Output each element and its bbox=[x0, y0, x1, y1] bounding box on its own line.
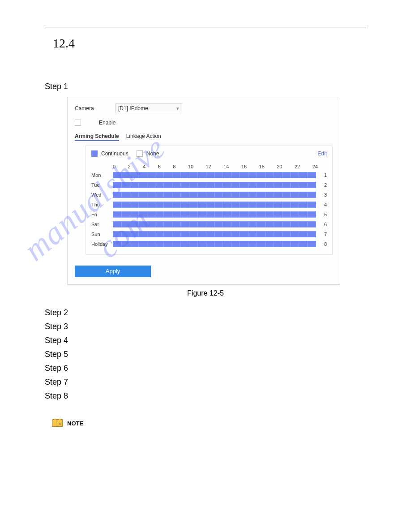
schedule-segment[interactable] bbox=[299, 212, 308, 217]
schedule-segment[interactable] bbox=[147, 172, 156, 178]
schedule-segment[interactable] bbox=[189, 202, 198, 207]
schedule-segment[interactable] bbox=[248, 172, 257, 178]
schedule-segment[interactable] bbox=[122, 192, 130, 197]
schedule-segment[interactable] bbox=[189, 172, 198, 178]
schedule-segment[interactable] bbox=[164, 172, 172, 178]
schedule-segment[interactable] bbox=[231, 202, 240, 207]
schedule-segment[interactable] bbox=[206, 202, 215, 207]
schedule-segment[interactable] bbox=[189, 232, 198, 237]
schedule-segment[interactable] bbox=[248, 241, 257, 247]
schedule-segment[interactable] bbox=[164, 192, 172, 197]
schedule-segment[interactable] bbox=[164, 241, 172, 247]
schedule-segment[interactable] bbox=[198, 222, 206, 227]
schedule-segment[interactable] bbox=[198, 232, 206, 237]
schedule-segment[interactable] bbox=[291, 202, 299, 207]
schedule-segment[interactable] bbox=[274, 202, 283, 207]
schedule-segment[interactable] bbox=[181, 182, 189, 188]
schedule-segment[interactable] bbox=[240, 222, 248, 227]
schedule-segment[interactable] bbox=[155, 172, 164, 178]
schedule-segment[interactable] bbox=[181, 212, 189, 217]
schedule-segment[interactable] bbox=[139, 192, 147, 197]
schedule-segment[interactable] bbox=[257, 182, 265, 188]
schedule-segment[interactable] bbox=[223, 182, 231, 188]
schedule-segment[interactable] bbox=[189, 182, 198, 188]
schedule-segment[interactable] bbox=[265, 222, 274, 227]
schedule-segment[interactable] bbox=[231, 241, 240, 247]
schedule-bar[interactable] bbox=[113, 192, 316, 198]
schedule-segment[interactable] bbox=[206, 212, 215, 217]
schedule-segment[interactable] bbox=[155, 222, 164, 227]
schedule-segment[interactable] bbox=[215, 232, 223, 237]
schedule-segment[interactable] bbox=[274, 232, 283, 237]
schedule-segment[interactable] bbox=[130, 172, 139, 178]
schedule-segment[interactable] bbox=[231, 172, 240, 178]
schedule-segment[interactable] bbox=[181, 172, 189, 178]
schedule-segment[interactable] bbox=[283, 182, 291, 188]
schedule-segment[interactable] bbox=[223, 222, 231, 227]
schedule-segment[interactable] bbox=[308, 241, 316, 247]
schedule-segment[interactable] bbox=[172, 182, 181, 188]
schedule-segment[interactable] bbox=[198, 241, 206, 247]
schedule-segment[interactable] bbox=[257, 232, 265, 237]
schedule-segment[interactable] bbox=[215, 172, 223, 178]
schedule-segment[interactable] bbox=[223, 172, 231, 178]
schedule-segment[interactable] bbox=[223, 192, 231, 197]
schedule-segment[interactable] bbox=[291, 192, 299, 197]
schedule-segment[interactable] bbox=[181, 222, 189, 227]
schedule-segment[interactable] bbox=[240, 212, 248, 217]
schedule-segment[interactable] bbox=[223, 202, 231, 207]
schedule-segment[interactable] bbox=[122, 172, 130, 178]
schedule-segment[interactable] bbox=[206, 192, 215, 197]
schedule-segment[interactable] bbox=[274, 222, 283, 227]
schedule-segment[interactable] bbox=[283, 212, 291, 217]
schedule-segment[interactable] bbox=[122, 212, 130, 217]
schedule-segment[interactable] bbox=[299, 182, 308, 188]
schedule-segment[interactable] bbox=[172, 192, 181, 197]
schedule-segment[interactable] bbox=[147, 202, 156, 207]
schedule-segment[interactable] bbox=[291, 241, 299, 247]
schedule-segment[interactable] bbox=[130, 241, 139, 247]
schedule-segment[interactable] bbox=[172, 202, 181, 207]
schedule-segment[interactable] bbox=[198, 182, 206, 188]
schedule-segment[interactable] bbox=[189, 241, 198, 247]
schedule-segment[interactable] bbox=[139, 222, 147, 227]
schedule-segment[interactable] bbox=[223, 212, 231, 217]
schedule-segment[interactable] bbox=[274, 192, 283, 197]
schedule-segment[interactable] bbox=[274, 241, 283, 247]
schedule-segment[interactable] bbox=[172, 232, 181, 237]
schedule-segment[interactable] bbox=[113, 172, 122, 178]
schedule-segment[interactable] bbox=[198, 212, 206, 217]
schedule-segment[interactable] bbox=[164, 182, 172, 188]
schedule-segment[interactable] bbox=[139, 232, 147, 237]
schedule-segment[interactable] bbox=[164, 232, 172, 237]
schedule-segment[interactable] bbox=[308, 192, 316, 197]
schedule-segment[interactable] bbox=[231, 232, 240, 237]
schedule-segment[interactable] bbox=[189, 222, 198, 227]
camera-select[interactable]: [D1] IPdome ▾ bbox=[115, 103, 182, 113]
schedule-segment[interactable] bbox=[147, 241, 156, 247]
schedule-segment[interactable] bbox=[231, 192, 240, 197]
schedule-segment[interactable] bbox=[265, 172, 274, 178]
schedule-segment[interactable] bbox=[248, 202, 257, 207]
tab-arming-schedule[interactable]: Arming Schedule bbox=[75, 133, 119, 141]
schedule-segment[interactable] bbox=[299, 232, 308, 237]
schedule-segment[interactable] bbox=[231, 212, 240, 217]
schedule-segment[interactable] bbox=[283, 192, 291, 197]
schedule-segment[interactable] bbox=[172, 241, 181, 247]
enable-checkbox[interactable] bbox=[75, 120, 81, 126]
schedule-segment[interactable] bbox=[113, 232, 122, 237]
schedule-segment[interactable] bbox=[215, 182, 223, 188]
schedule-segment[interactable] bbox=[122, 232, 130, 237]
schedule-segment[interactable] bbox=[139, 172, 147, 178]
schedule-segment[interactable] bbox=[283, 232, 291, 237]
schedule-segment[interactable] bbox=[231, 182, 240, 188]
schedule-segment[interactable] bbox=[257, 241, 265, 247]
schedule-segment[interactable] bbox=[265, 212, 274, 217]
schedule-segment[interactable] bbox=[274, 182, 283, 188]
schedule-segment[interactable] bbox=[240, 172, 248, 178]
schedule-segment[interactable] bbox=[240, 232, 248, 237]
schedule-segment[interactable] bbox=[206, 241, 215, 247]
schedule-segment[interactable] bbox=[291, 222, 299, 227]
schedule-segment[interactable] bbox=[265, 192, 274, 197]
schedule-segment[interactable] bbox=[257, 202, 265, 207]
